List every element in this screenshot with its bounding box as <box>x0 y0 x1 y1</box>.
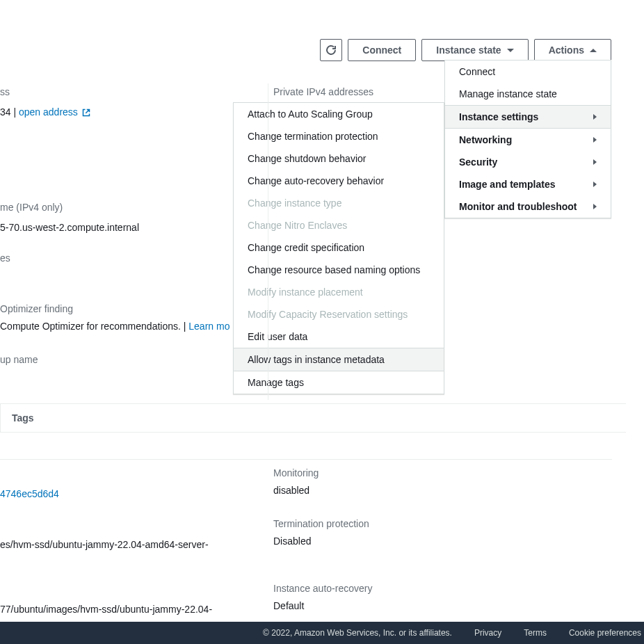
menu-networking[interactable]: Networking <box>445 129 611 151</box>
actions-label: Actions <box>549 45 584 56</box>
instance-settings-submenu: Attach to Auto Scaling GroupChange termi… <box>233 102 444 394</box>
submenu-item[interactable]: Manage tags <box>234 371 444 394</box>
monitoring-value: disabled <box>273 485 309 496</box>
submenu-item: Modify Capacity Reservation settings <box>234 303 444 325</box>
tabs-row: Tags <box>0 403 626 433</box>
hostname-value: 5-70.us-west-2.compute.internal <box>0 222 139 233</box>
privacy-link[interactable]: Privacy <box>474 628 501 638</box>
menu-instance-settings[interactable]: Instance settings <box>445 105 611 129</box>
footer: © 2022, Amazon Web Services, Inc. or its… <box>0 622 644 644</box>
connect-label: Connect <box>362 45 401 56</box>
chevron-right-icon <box>593 114 597 120</box>
ip-fragment: 34 | <box>0 106 19 118</box>
cookie-link[interactable]: Cookie preferences <box>569 628 641 638</box>
vertical-divider <box>268 83 268 400</box>
submenu-item: Modify instance placement <box>234 281 444 303</box>
refresh-button[interactable] <box>320 39 342 61</box>
optimizer-label: Optimizer finding <box>0 303 73 314</box>
submenu-item[interactable]: Allow tags in instance metadata <box>234 348 444 371</box>
menu-monitor[interactable]: Monitor and troubleshoot <box>445 195 611 218</box>
refresh-icon <box>325 45 337 56</box>
menu-image-templates[interactable]: Image and templates <box>445 173 611 195</box>
address-label-fragment: ss <box>0 86 10 97</box>
open-address-link[interactable]: open address <box>19 106 90 118</box>
copyright: © 2022, Amazon Web Services, Inc. or its… <box>263 628 452 638</box>
chevron-right-icon <box>593 182 597 187</box>
actions-button[interactable]: Actions <box>534 39 611 61</box>
submenu-item[interactable]: Change credit specification <box>234 236 444 259</box>
menu-connect[interactable]: Connect <box>445 61 611 83</box>
caret-up-icon <box>590 49 597 52</box>
submenu-item: Change instance type <box>234 192 444 214</box>
optimizer-row: Compute Optimizer for recommendations. |… <box>0 321 230 332</box>
instance-state-label: Instance state <box>436 45 501 56</box>
connect-button[interactable]: Connect <box>348 39 416 61</box>
ami-path-1: es/hvm-ssd/ubuntu-jammy-22.04-amd64-serv… <box>0 539 209 550</box>
learn-more-link[interactable]: Learn mo <box>188 321 230 332</box>
external-link-icon <box>82 108 90 117</box>
submenu-item[interactable]: Change shutdown behavior <box>234 147 444 170</box>
chevron-right-icon <box>593 204 597 209</box>
tab-tags[interactable]: Tags <box>0 404 45 432</box>
es-label: es <box>0 252 10 264</box>
chevron-right-icon <box>593 159 597 165</box>
hostname-label: me (IPv4 only) <box>0 202 63 213</box>
monitoring-label: Monitoring <box>273 467 319 478</box>
submenu-item: Change Nitro Enclaves <box>234 214 444 236</box>
submenu-item[interactable]: Edit user data <box>234 325 444 348</box>
termination-label: Termination protection <box>273 518 369 529</box>
private-ipv4-label: Private IPv4 addresses <box>273 86 373 97</box>
instance-state-button[interactable]: Instance state <box>421 39 528 61</box>
ami-id-link[interactable]: 4746ec5d6d4 <box>0 488 59 499</box>
submenu-item[interactable]: Change resource based naming options <box>234 259 444 281</box>
terms-link[interactable]: Terms <box>524 628 547 638</box>
group-name-label: up name <box>0 354 38 365</box>
caret-down-icon <box>507 49 514 52</box>
submenu-item[interactable]: Change auto-recovery behavior <box>234 170 444 192</box>
ami-path-2: 77/ubuntu/images/hvm-ssd/ubuntu-jammy-22… <box>0 604 212 615</box>
ip-row: 34 | open address <box>0 106 90 118</box>
submenu-item[interactable]: Change termination protection <box>234 125 444 147</box>
chevron-right-icon <box>593 137 597 143</box>
menu-security[interactable]: Security <box>445 151 611 173</box>
menu-manage-state[interactable]: Manage instance state <box>445 83 611 105</box>
autorecovery-value: Default <box>273 600 304 611</box>
autorecovery-label: Instance auto-recovery <box>273 583 372 594</box>
section-divider <box>0 459 612 460</box>
termination-value: Disabled <box>273 536 311 547</box>
actions-dropdown: Connect Manage instance state Instance s… <box>444 60 611 218</box>
submenu-item[interactable]: Attach to Auto Scaling Group <box>234 103 444 125</box>
